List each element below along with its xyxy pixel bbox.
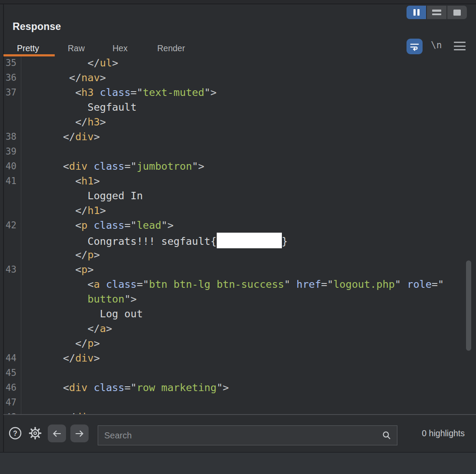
arrow-right-icon	[74, 428, 85, 439]
question-icon: ?	[9, 427, 22, 440]
line-number: 39	[4, 144, 17, 159]
word-wrap-button[interactable]	[407, 39, 423, 54]
line-number: 46	[4, 380, 17, 395]
code-row: </h3>	[4, 115, 476, 129]
code-row: 39	[4, 144, 476, 159]
tab-hex[interactable]: Hex	[112, 43, 128, 53]
line-number	[4, 321, 17, 336]
line-number: 40	[4, 159, 17, 174]
tab-pretty[interactable]: Pretty	[17, 43, 39, 53]
previous-match-button[interactable]	[48, 425, 66, 442]
panel-left-divider	[3, 3, 4, 452]
code-row: 36 </nav>	[4, 70, 476, 85]
line-number	[4, 115, 17, 129]
next-match-button[interactable]	[70, 425, 89, 442]
line-number: 41	[4, 174, 17, 188]
line-number	[4, 203, 17, 218]
line-number: 48	[4, 410, 17, 414]
word-wrap-icon	[409, 41, 420, 52]
line-number: 44	[4, 351, 17, 365]
code-row: Logged In	[4, 188, 476, 203]
code-rows: 35 </ul>36 </nav>37 <h3 class="text-mute…	[4, 56, 476, 414]
line-number: 37	[4, 85, 17, 100]
gutter-separator	[21, 56, 21, 414]
line-number: 45	[4, 365, 17, 380]
line-number: 36	[4, 70, 17, 85]
layout-single-button[interactable]	[447, 6, 467, 19]
line-number: 35	[4, 56, 17, 70]
active-tab-indicator	[3, 54, 55, 56]
code-row: 48 </div>	[4, 410, 476, 414]
code-row: 37 <h3 class="text-muted">	[4, 85, 476, 100]
line-number	[4, 188, 17, 203]
code-row: 40 <div class="jumbotron">	[4, 159, 476, 174]
layout-rows-button[interactable]	[427, 6, 446, 19]
code-row: 47	[4, 395, 476, 410]
search-input[interactable]	[98, 425, 397, 445]
line-number	[4, 233, 17, 247]
pause-columns-icon	[413, 9, 420, 16]
code-row: button">	[4, 292, 476, 306]
redacted-flag	[217, 233, 282, 248]
line-number	[4, 277, 17, 292]
line-number	[4, 306, 17, 321]
line-number	[4, 292, 17, 306]
top-divider	[0, 0, 476, 4]
svg-text:?: ?	[13, 430, 17, 437]
code-row: 46 <div class="row marketing">	[4, 380, 476, 395]
search-bar-divider	[3, 414, 476, 415]
line-number: 42	[4, 218, 17, 233]
code-row: Congrats!!! segfault{}	[4, 233, 476, 247]
bottom-strip	[0, 452, 476, 474]
code-row: </h1>	[4, 203, 476, 218]
help-button[interactable]: ?	[9, 427, 22, 441]
arrow-left-icon	[52, 428, 62, 439]
code-row: 44 </div>	[4, 351, 476, 365]
editor-menu-button[interactable]	[454, 42, 466, 50]
code-row: Segfault	[4, 100, 476, 115]
code-editor[interactable]: 35 </ul>36 </nav>37 <h3 class="text-mute…	[4, 56, 476, 414]
highlights-count: 0 highlights	[422, 428, 465, 438]
line-number: 47	[4, 395, 17, 410]
line-number	[4, 336, 17, 351]
square-icon	[453, 10, 461, 16]
layout-controls	[407, 6, 467, 19]
code-row: 42 <p class="lead">	[4, 218, 476, 233]
line-number	[4, 247, 17, 262]
code-row: </p>	[4, 336, 476, 351]
code-row: 35 </ul>	[4, 56, 476, 70]
tab-render[interactable]: Render	[157, 43, 185, 53]
code-row: </p>	[4, 247, 476, 262]
page-title: Response	[13, 21, 61, 33]
code-row: </a>	[4, 321, 476, 336]
code-row: 38 </div>	[4, 129, 476, 144]
gear-icon	[27, 425, 43, 441]
tab-raw[interactable]: Raw	[68, 43, 85, 53]
code-row: <a class="btn btn-lg btn-success" href="…	[4, 277, 476, 292]
scrollbar-thumb[interactable]	[466, 260, 471, 351]
show-newlines-button[interactable]: \n	[431, 40, 442, 50]
code-row: 43 <p>	[4, 262, 476, 277]
line-number	[4, 100, 17, 115]
code-row: Log out	[4, 306, 476, 321]
layout-columns-button[interactable]	[407, 6, 426, 19]
line-number: 38	[4, 129, 17, 144]
code-row: 41 <h1>	[4, 174, 476, 188]
rows-icon	[432, 10, 441, 15]
code-row: 45	[4, 365, 476, 380]
line-number: 43	[4, 262, 17, 277]
settings-button[interactable]	[27, 425, 43, 442]
